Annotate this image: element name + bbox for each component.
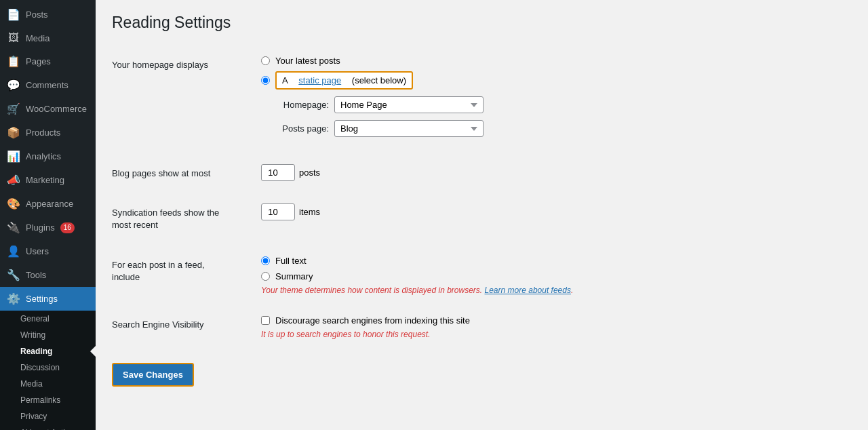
sidebar-item-label-marketing: Marketing bbox=[26, 175, 64, 185]
feed-radio-group: Full text Summary bbox=[261, 256, 722, 281]
static-page-option-row: A static page (select below) bbox=[261, 71, 722, 90]
settings-icon: ⚙️ bbox=[7, 292, 20, 305]
plugins-icon: 🔌 bbox=[7, 221, 20, 234]
sidebar-item-label-woocommerce: WooCommerce bbox=[26, 104, 87, 114]
latest-posts-radio[interactable] bbox=[261, 56, 270, 65]
sidebar-item-label-appearance: Appearance bbox=[26, 199, 73, 209]
blog-pages-label: Blog pages show at most bbox=[112, 154, 261, 193]
save-changes-button[interactable]: Save Changes bbox=[112, 363, 194, 387]
sidebar-submenu-item-media[interactable]: Media bbox=[0, 376, 96, 392]
static-page-prefix: A bbox=[282, 75, 288, 85]
sidebar-submenu-label-general: General bbox=[20, 314, 50, 324]
form-table: Your homepage displays Your latest posts… bbox=[112, 45, 722, 349]
sidebar-item-users[interactable]: 👤Users bbox=[0, 239, 96, 263]
pages-icon: 📋 bbox=[7, 55, 20, 68]
syndication-suffix: items bbox=[299, 207, 320, 217]
full-text-label[interactable]: Full text bbox=[275, 256, 307, 266]
main-content: Reading Settings Your homepage displays … bbox=[96, 0, 868, 430]
feed-note-link[interactable]: Learn more about feeds bbox=[485, 286, 571, 295]
sidebar-submenu-item-reading[interactable]: Reading bbox=[0, 343, 96, 359]
sidebar-item-posts[interactable]: 📄Posts bbox=[0, 3, 96, 26]
sidebar-item-comments[interactable]: 💬Comments bbox=[0, 73, 96, 97]
posts-page-label: Posts page: bbox=[261, 123, 329, 134]
sidebar-item-appearance[interactable]: 🎨Appearance bbox=[0, 192, 96, 216]
sidebar-submenu-item-general[interactable]: General bbox=[0, 311, 96, 327]
feed-note: Your theme determines how content is dis… bbox=[261, 286, 722, 295]
static-page-highlight: A static page (select below) bbox=[275, 71, 413, 90]
homepage-select-row: Homepage: Home Page About Contact bbox=[261, 96, 722, 113]
sidebar-item-analytics[interactable]: 📊Analytics bbox=[0, 144, 96, 168]
settings-form: Your homepage displays Your latest posts… bbox=[112, 45, 722, 387]
feed-include-label: For each post in a feed, include bbox=[112, 246, 261, 305]
homepage-displays-row: Your homepage displays Your latest posts… bbox=[112, 45, 722, 154]
search-visibility-checkbox[interactable] bbox=[261, 316, 270, 325]
save-btn-wrap: Save Changes bbox=[112, 363, 722, 387]
sidebar-item-settings[interactable]: ⚙️Settings bbox=[0, 287, 96, 311]
syndication-input[interactable] bbox=[261, 203, 295, 220]
syndication-cell: items bbox=[261, 193, 722, 245]
homepage-displays-cell: Your latest posts A static page (select … bbox=[261, 45, 722, 154]
sidebar-item-label-plugins: Plugins bbox=[26, 222, 55, 233]
syndication-input-wrap: items bbox=[261, 203, 722, 220]
search-visibility-row: Search Engine Visibility Discourage sear… bbox=[112, 305, 722, 349]
sidebar-submenu-item-privacy[interactable]: Privacy bbox=[0, 408, 96, 425]
sidebar-item-pages[interactable]: 📋Pages bbox=[0, 50, 96, 73]
static-page-radio[interactable] bbox=[261, 76, 270, 85]
sidebar-item-media[interactable]: 🖼Media bbox=[0, 26, 96, 50]
users-icon: 👤 bbox=[7, 245, 20, 258]
sidebar-submenu-item-permalinks[interactable]: Permalinks bbox=[0, 392, 96, 408]
sidebar-submenu-label-discussion: Discussion bbox=[20, 363, 60, 372]
blog-pages-input-wrap: posts bbox=[261, 164, 722, 181]
sub-fields: Homepage: Home Page About Contact Posts … bbox=[261, 96, 722, 137]
sidebar-submenu-item-discussion[interactable]: Discussion bbox=[0, 359, 96, 376]
syndication-row: Syndication feeds show the most recent i… bbox=[112, 193, 722, 245]
blog-pages-suffix: posts bbox=[299, 168, 320, 178]
comments-icon: 💬 bbox=[7, 79, 20, 92]
sidebar-submenu-label-reading: Reading bbox=[20, 347, 52, 356]
products-icon: 📦 bbox=[7, 126, 20, 139]
summary-label[interactable]: Summary bbox=[275, 271, 313, 281]
plugins-badge: 16 bbox=[60, 222, 75, 233]
summary-option: Summary bbox=[261, 271, 722, 281]
media-icon: 🖼 bbox=[7, 32, 20, 44]
blog-pages-cell: posts bbox=[261, 154, 722, 193]
sidebar-submenu-label-writing: Writing bbox=[20, 330, 45, 340]
latest-posts-option: Your latest posts bbox=[261, 56, 722, 66]
sidebar-item-label-pages: Pages bbox=[26, 56, 51, 66]
sidebar-active-arrow bbox=[90, 346, 96, 357]
sidebar-item-label-analytics: Analytics bbox=[26, 151, 61, 161]
search-visibility-cell: Discourage search engines from indexing … bbox=[261, 305, 722, 349]
sidebar-item-label-users: Users bbox=[26, 246, 49, 256]
search-visibility-checkbox-label[interactable]: Discourage search engines from indexing … bbox=[275, 315, 470, 326]
static-page-link[interactable]: static page bbox=[298, 75, 341, 85]
settings-submenu: GeneralWritingReadingDiscussionMediaPerm… bbox=[0, 311, 96, 430]
sidebar-submenu-label-permalinks: Permalinks bbox=[20, 395, 60, 405]
summary-radio[interactable] bbox=[261, 272, 270, 281]
sidebar-item-label-tools: Tools bbox=[26, 270, 46, 280]
page-title: Reading Settings bbox=[112, 14, 852, 32]
sidebar-item-label-products: Products bbox=[26, 128, 60, 138]
feed-include-row: For each post in a feed, include Full te… bbox=[112, 246, 722, 305]
sidebar-item-label-settings: Settings bbox=[26, 294, 58, 304]
sidebar-item-plugins[interactable]: 🔌Plugins16 bbox=[0, 216, 96, 239]
sidebar-item-marketing[interactable]: 📣Marketing bbox=[0, 168, 96, 192]
sidebar-submenu-item-writing[interactable]: Writing bbox=[0, 327, 96, 343]
latest-posts-label[interactable]: Your latest posts bbox=[275, 56, 340, 66]
homepage-select[interactable]: Home Page About Contact bbox=[334, 96, 484, 113]
appearance-icon: 🎨 bbox=[7, 197, 20, 210]
sidebar-item-products[interactable]: 📦Products bbox=[0, 121, 96, 144]
sidebar-item-tools[interactable]: 🔧Tools bbox=[0, 263, 96, 287]
blog-pages-input[interactable] bbox=[261, 164, 295, 181]
feed-include-cell: Full text Summary Your theme determines … bbox=[261, 246, 722, 305]
analytics-icon: 📊 bbox=[7, 150, 20, 163]
sidebar-submenu-item-akismet[interactable]: Akismet Anti-Spam bbox=[0, 425, 96, 430]
posts-icon: 📄 bbox=[7, 8, 20, 21]
full-text-option: Full text bbox=[261, 256, 722, 266]
full-text-radio[interactable] bbox=[261, 256, 270, 265]
posts-page-select[interactable]: Blog Home Page About bbox=[334, 120, 484, 137]
syndication-label: Syndication feeds show the most recent bbox=[112, 193, 261, 245]
static-page-suffix: (select below) bbox=[352, 75, 406, 85]
sidebar-item-woocommerce[interactable]: 🛒WooCommerce bbox=[0, 97, 96, 121]
sidebar: 📄Posts🖼Media📋Pages💬Comments🛒WooCommerce📦… bbox=[0, 0, 96, 430]
homepage-radio-group: Your latest posts A static page (select … bbox=[261, 56, 722, 90]
